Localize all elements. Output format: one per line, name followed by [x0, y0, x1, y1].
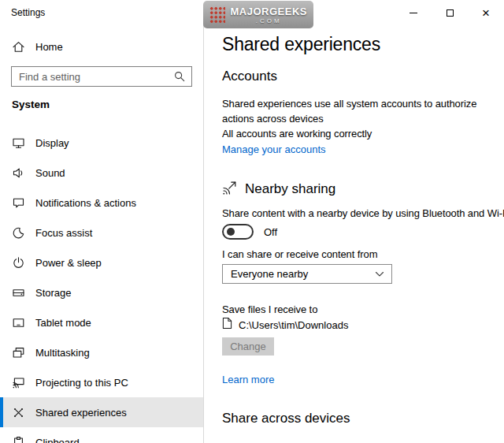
- shared-experiences-icon: [12, 406, 25, 419]
- power-sleep-icon: [12, 256, 25, 270]
- change-button[interactable]: Change: [222, 337, 274, 356]
- sidebar-item-label: Notifications & actions: [35, 197, 136, 209]
- toggle-state-label: Off: [264, 226, 277, 238]
- audience-dropdown[interactable]: Everyone nearby: [222, 264, 392, 284]
- sidebar-home-label: Home: [35, 41, 63, 53]
- sidebar-item-storage[interactable]: Storage: [0, 277, 203, 307]
- sidebar-item-focus-assist[interactable]: Focus assist: [0, 218, 203, 248]
- sidebar-item-label: Multitasking: [35, 347, 90, 359]
- sidebar-item-home[interactable]: Home: [0, 32, 203, 61]
- sidebar-item-label: Shared experiences: [35, 407, 127, 419]
- sidebar-item-tablet-mode[interactable]: Tablet mode: [0, 307, 203, 337]
- maximize-icon: [447, 9, 454, 17]
- search-icon: [168, 71, 191, 82]
- sidebar-item-multitasking[interactable]: Multitasking: [0, 337, 203, 367]
- toggle-knob-icon: [227, 228, 235, 236]
- sidebar-item-power-sleep[interactable]: Power & sleep: [0, 248, 203, 277]
- save-path-row: C:\Users\tim\Downloads: [222, 317, 348, 333]
- share-across-devices-heading: Share across devices: [222, 411, 350, 426]
- nearby-sharing-description: Share content with a nearby device by us…: [222, 206, 504, 221]
- sidebar-item-clipboard[interactable]: Clipboard: [0, 427, 203, 443]
- focus-assist-icon: [12, 226, 25, 240]
- storage-icon: [12, 286, 25, 300]
- minimize-icon: [410, 13, 417, 13]
- multitasking-icon: [12, 346, 25, 359]
- audience-selected-value: Everyone nearby: [231, 268, 308, 280]
- accounts-heading: Accounts: [222, 69, 277, 84]
- sidebar-item-label: Sound: [35, 167, 65, 179]
- sidebar-item-shared-experiences[interactable]: Shared experiences: [0, 397, 203, 427]
- sidebar-item-display[interactable]: Display: [0, 128, 203, 158]
- clipboard-icon: [12, 436, 25, 443]
- nearby-sharing-toggle[interactable]: [222, 224, 254, 240]
- selected-accent-bar: [0, 397, 3, 427]
- sidebar-item-label: Display: [35, 137, 69, 149]
- sidebar-item-label: Storage: [35, 287, 72, 299]
- share-receive-label: I can share or receive content from: [222, 247, 377, 262]
- sidebar-item-projecting[interactable]: Projecting to this PC: [0, 367, 203, 397]
- close-icon: ×: [482, 6, 490, 20]
- watermark-text-line2: .COM: [256, 17, 282, 24]
- sound-icon: [12, 166, 25, 180]
- sidebar-nav: Display Sound Notifications & actions Fo…: [0, 128, 203, 443]
- home-icon: [12, 40, 25, 54]
- nearby-sharing-heading: Nearby sharing: [245, 181, 335, 197]
- majorgeeks-watermark: MAJORGEEKS .COM: [203, 1, 313, 28]
- display-icon: [12, 136, 25, 150]
- nearby-sharing-icon: [222, 180, 238, 199]
- manage-accounts-link[interactable]: Manage your accounts: [222, 143, 326, 155]
- window-controls: ×: [395, 0, 504, 25]
- page-title: Shared experiences: [222, 34, 380, 55]
- projecting-icon: [12, 376, 25, 389]
- watermark-text-line1: MAJORGEEKS: [231, 6, 307, 17]
- sidebar-item-label: Projecting to this PC: [35, 377, 128, 389]
- sidebar-item-label: Power & sleep: [35, 257, 102, 269]
- settings-sidebar: Home System Display Sound: [0, 25, 204, 443]
- search-box: [11, 66, 192, 87]
- sidebar-item-label: Tablet mode: [35, 317, 91, 329]
- nearby-sharing-toggle-row: Off: [222, 224, 277, 240]
- settings-window: Settings × MAJORGEEKS .COM Home: [0, 0, 504, 443]
- accounts-description: Shared experiences use all system accoun…: [222, 96, 504, 126]
- learn-more-link[interactable]: Learn more: [222, 374, 274, 385]
- close-button[interactable]: ×: [468, 0, 504, 25]
- sidebar-item-sound[interactable]: Sound: [0, 158, 203, 188]
- notifications-icon: [12, 196, 25, 210]
- accounts-status-text: All accounts are working correctly: [222, 126, 372, 141]
- save-path-value: C:\Users\tim\Downloads: [239, 319, 348, 331]
- tablet-mode-icon: [12, 316, 25, 329]
- sidebar-item-label: Focus assist: [35, 227, 92, 239]
- majorgeeks-logo-icon: [209, 6, 225, 24]
- window-title: Settings: [11, 7, 45, 18]
- nearby-sharing-heading-row: Nearby sharing: [222, 180, 335, 199]
- search-input[interactable]: [12, 67, 168, 86]
- sidebar-section-system: System: [12, 99, 50, 110]
- chevron-down-icon: [375, 268, 384, 280]
- minimize-button[interactable]: [395, 0, 432, 25]
- file-icon: [222, 317, 232, 333]
- main-content: Shared experiences Accounts Shared exper…: [205, 25, 504, 443]
- maximize-button[interactable]: [432, 0, 468, 25]
- save-files-label: Save files I receive to: [222, 302, 317, 317]
- sidebar-item-notifications[interactable]: Notifications & actions: [0, 188, 203, 218]
- sidebar-item-label: Clipboard: [35, 437, 80, 443]
